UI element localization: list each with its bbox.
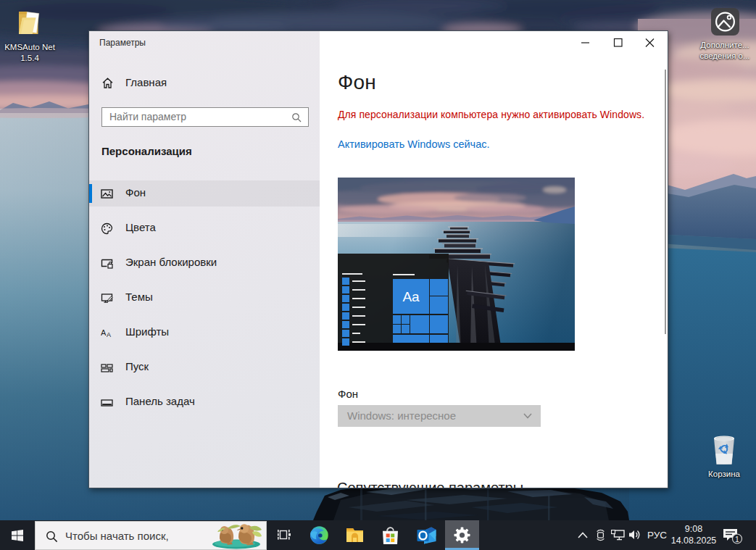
svg-text:A: A bbox=[101, 328, 107, 337]
svg-text:Aa: Aa bbox=[402, 289, 420, 304]
svg-text:1: 1 bbox=[735, 535, 739, 543]
svg-text:A: A bbox=[107, 331, 111, 338]
